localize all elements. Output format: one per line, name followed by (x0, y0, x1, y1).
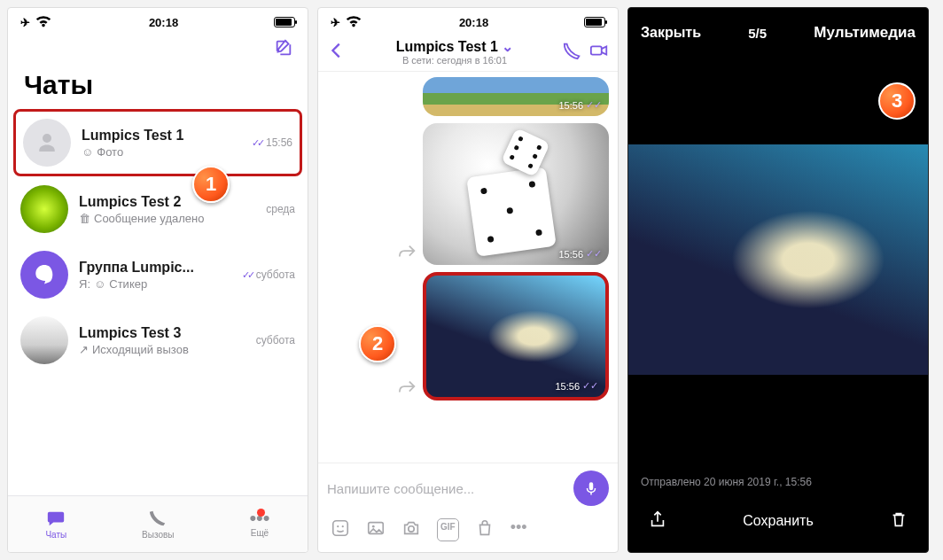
step-badge-2: 2 (359, 325, 396, 362)
svg-point-3 (342, 525, 344, 527)
chat-name: Lumpics Test 2 (79, 194, 255, 210)
status-bar: ✈ 20:18 (8, 8, 308, 33)
wifi-icon (34, 12, 53, 34)
chat-preview: Сообщение удалено (94, 212, 204, 225)
notification-dot (257, 509, 265, 517)
svg-point-2 (337, 525, 339, 527)
chat-time: суббота (256, 268, 295, 281)
gallery-icon[interactable] (366, 518, 386, 541)
voice-call-button[interactable] (563, 41, 582, 64)
step-badge-3: 3 (878, 82, 916, 120)
back-button[interactable] (327, 41, 347, 64)
message-time: 15:56 (558, 249, 583, 260)
message-time: 15:56 (558, 100, 583, 111)
sticker-icon: ☺ (94, 277, 105, 291)
chat-header: Lumpics Test 1 ⌄ В сети: сегодня в 16:01 (318, 33, 618, 72)
svg-point-5 (372, 525, 375, 528)
forward-icon[interactable] (398, 377, 417, 401)
photo-icon: ☺ (82, 145, 93, 159)
wifi-icon (344, 12, 363, 34)
chat-time: 15:56 (266, 136, 292, 149)
chat-time: суббота (256, 334, 295, 346)
shop-icon[interactable] (475, 518, 495, 541)
read-receipt-icon: ✓✓ (586, 248, 602, 260)
share-button[interactable] (648, 509, 667, 533)
mic-button[interactable] (573, 471, 609, 506)
battery-icon (584, 17, 605, 27)
chat-preview: Стикер (109, 277, 147, 291)
tab-label: Чаты (45, 530, 66, 540)
media-counter: 5/5 (748, 26, 767, 41)
more-attach-icon[interactable]: ••• (510, 518, 527, 541)
chat-row[interactable]: Lumpics Test 2 🗑 Сообщение удалено среда (8, 176, 308, 242)
outgoing-call-icon: ↗ (79, 343, 89, 356)
chat-preview: Исходящий вызов (92, 343, 189, 356)
read-receipt-icon: ✓✓ (252, 137, 262, 149)
message-list[interactable]: 15:56✓✓ 15:56✓✓ 15:5 (318, 72, 618, 463)
forward-icon[interactable] (398, 242, 417, 265)
page-title: Чаты (8, 63, 308, 109)
chat-preview: Фото (97, 145, 123, 159)
svg-point-6 (409, 526, 414, 532)
read-receipt-icon: ✓✓ (242, 269, 253, 281)
close-button[interactable]: Закрыть (641, 25, 701, 41)
media-title: Мультимедиа (814, 24, 916, 42)
message-image-dice[interactable]: 15:56✓✓ (423, 123, 609, 265)
status-time: 20:18 (149, 16, 178, 29)
chat-preview-prefix: Я: (79, 277, 90, 291)
step-badge-1: 1 (192, 166, 230, 203)
message-time: 15:56 (555, 381, 580, 392)
chat-row[interactable]: Lumpics Test 3 ↗ Исходящий вызов суббота (8, 307, 308, 373)
compose-icon[interactable] (274, 38, 293, 61)
chat-name: Группа Lumpic... (79, 260, 231, 276)
gif-icon[interactable]: GIF (437, 518, 459, 541)
chat-title[interactable]: Lumpics Test 1 ⌄ (354, 38, 556, 55)
delete-button[interactable] (889, 509, 908, 533)
screenshot-chat-list: ✈ 20:18 Чаты Lumpics Test 1 ☺ Фото ✓✓ (7, 7, 308, 553)
airplane-mode-icon: ✈ (331, 16, 340, 29)
sticker-toggle-icon[interactable] (331, 518, 350, 541)
media-caption: Отправлено 20 июня 2019 г., 15:56 (628, 471, 928, 494)
chat-row-selected[interactable]: Lumpics Test 1 ☺ Фото ✓✓ 15:56 (13, 109, 302, 176)
tab-chats[interactable]: Чаты (45, 509, 66, 540)
chat-time: среда (266, 203, 295, 215)
message-image-tech-selected[interactable]: 15:56✓✓ (423, 272, 609, 401)
message-row: 15:56✓✓ (327, 123, 609, 265)
screenshot-chat-view: ✈ 20:18 Lumpics Test 1 ⌄ В сети: сегодня… (317, 7, 619, 553)
chat-name: Lumpics Test 3 (79, 325, 245, 341)
camera-icon[interactable] (401, 518, 421, 541)
status-time: 20:18 (459, 16, 488, 29)
chevron-down-icon: ⌄ (502, 39, 513, 54)
save-button[interactable]: Сохранить (667, 513, 889, 529)
svg-rect-0 (591, 46, 602, 54)
message-input-bar: Напишите сообщение... (318, 463, 618, 513)
message-row: 15:56✓✓ (327, 77, 609, 116)
avatar-lime (20, 185, 68, 233)
avatar-viber (20, 251, 68, 299)
tab-calls[interactable]: Вызовы (142, 509, 174, 540)
status-bar: ✈ 20:18 (318, 8, 618, 33)
media-header: Закрыть 5/5 Мультимедиа (628, 8, 928, 49)
chat-name: Lumpics Test 1 (82, 128, 241, 144)
svg-rect-1 (333, 521, 348, 536)
tab-bar: Чаты Вызовы ••• Ещё (8, 495, 308, 552)
read-receipt-icon: ✓✓ (582, 380, 598, 392)
airplane-mode-icon: ✈ (20, 16, 30, 29)
chat-subtitle: В сети: сегодня в 16:01 (354, 55, 556, 66)
media-footer: Сохранить (628, 494, 928, 552)
tab-more[interactable]: ••• Ещё (249, 510, 269, 538)
message-input[interactable]: Напишите сообщение... (327, 481, 566, 496)
media-image (628, 144, 928, 375)
chat-row[interactable]: Группа Lumpic... Я: ☺ Стикер ✓✓ суббота (8, 242, 308, 307)
avatar-laptop (20, 316, 68, 364)
battery-icon (274, 17, 295, 27)
tab-label: Ещё (251, 528, 269, 538)
attachment-bar: GIF ••• (318, 513, 618, 552)
trash-icon: 🗑 (79, 212, 90, 225)
message-image-landscape[interactable]: 15:56✓✓ (423, 77, 609, 116)
tab-label: Вызовы (142, 530, 174, 540)
screenshot-media-viewer: Закрыть 5/5 Мультимедиа 3 Отправлено 20 … (627, 7, 929, 553)
video-call-button[interactable] (589, 41, 609, 64)
read-receipt-icon: ✓✓ (586, 99, 602, 111)
avatar-placeholder (23, 119, 71, 167)
